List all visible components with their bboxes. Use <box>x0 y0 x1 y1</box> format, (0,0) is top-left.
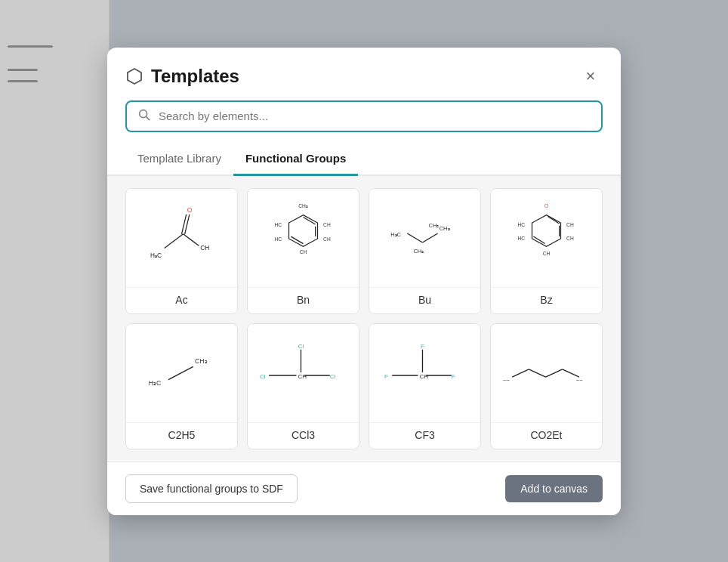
molecule-image-bu: H₃C CH₃ CH₂ CH₂ <box>369 189 480 287</box>
svg-line-22 <box>422 233 437 242</box>
molecule-image-cf3: F CH F F <box>369 324 480 422</box>
svg-text:~~: ~~ <box>576 377 583 384</box>
svg-text:HC: HC <box>517 221 525 227</box>
molecule-label-bn: Bn <box>248 287 359 313</box>
hexagon-icon <box>125 67 143 85</box>
save-sdf-button[interactable]: Save functional groups to SDF <box>125 474 298 503</box>
molecule-image-co2et: ~~ ~~ <box>491 324 602 422</box>
svg-text:CH₂: CH₂ <box>429 221 440 228</box>
svg-marker-0 <box>128 69 141 84</box>
molecule-grid: O CH H₃C Ac <box>125 188 603 449</box>
svg-line-8 <box>165 233 184 248</box>
molecule-svg-ccl3: Cl CH Cl Cl <box>254 330 353 416</box>
svg-line-21 <box>407 233 422 242</box>
molecule-label-bu: Bu <box>369 287 480 313</box>
svg-text:Cl: Cl <box>298 342 304 349</box>
tab-template-library[interactable]: Template Library <box>125 144 233 176</box>
molecule-svg-ac: O CH H₃C <box>132 195 231 281</box>
svg-text:CH: CH <box>200 243 209 251</box>
molecule-label-ac: Ac <box>126 287 237 313</box>
svg-text:CH: CH <box>323 221 331 227</box>
modal-header: Templates × <box>107 48 621 100</box>
molecule-label-co2et: CO2Et <box>491 422 602 449</box>
svg-text:CH: CH <box>323 236 331 241</box>
svg-line-53 <box>512 369 529 376</box>
svg-text:CH₃: CH₃ <box>440 224 450 231</box>
molecule-image-bn: CH₃ CH CH HC HC CH <box>248 189 359 287</box>
molecule-card-ac[interactable]: O CH H₃C Ac <box>125 188 238 314</box>
close-button[interactable]: × <box>578 64 603 88</box>
search-input-wrapper <box>125 100 603 132</box>
molecule-svg-bz: O CH CH HC HC CH <box>497 195 596 281</box>
svg-marker-11 <box>289 215 318 246</box>
svg-text:F: F <box>384 373 388 380</box>
molecule-label-bz: Bz <box>491 287 602 313</box>
modal-overlay: Templates × Template Library Functiona <box>0 0 728 562</box>
svg-text:CH: CH <box>298 373 307 380</box>
molecule-image-ac: O CH H₃C <box>126 189 237 287</box>
svg-text:Cl: Cl <box>330 373 336 380</box>
search-icon <box>137 108 151 125</box>
svg-text:Cl: Cl <box>260 373 266 380</box>
svg-line-6 <box>184 233 199 245</box>
svg-line-55 <box>545 369 562 376</box>
svg-text:CH: CH <box>419 373 428 380</box>
svg-text:F: F <box>421 342 424 349</box>
svg-text:CH: CH <box>543 250 551 255</box>
svg-line-37 <box>168 366 193 379</box>
svg-text:CH₂: CH₂ <box>413 248 424 255</box>
svg-marker-27 <box>532 215 561 246</box>
modal-footer: Save functional groups to SDF Add to can… <box>107 462 621 515</box>
add-to-canvas-button[interactable]: Add to canvas <box>505 475 603 502</box>
svg-line-28 <box>548 216 559 224</box>
molecule-card-cf3[interactable]: F CH F F CF3 <box>369 323 481 449</box>
svg-text:CH₃: CH₃ <box>195 357 208 364</box>
molecule-label-c2h5: C2H5 <box>126 422 237 449</box>
svg-line-56 <box>563 369 579 376</box>
svg-line-2 <box>147 116 150 120</box>
svg-text:H₃C: H₃C <box>150 251 162 258</box>
svg-text:H₃C: H₃C <box>149 379 162 387</box>
svg-text:HC: HC <box>274 236 282 241</box>
molecule-label-cf3: CF3 <box>369 422 480 449</box>
molecule-card-bn[interactable]: CH₃ CH CH HC HC CH <box>247 188 359 314</box>
modal-title-group: Templates <box>125 66 239 87</box>
svg-text:H₃C: H₃C <box>390 230 401 237</box>
svg-text:HC: HC <box>517 235 525 240</box>
tab-functional-groups[interactable]: Functional Groups <box>233 144 358 176</box>
molecule-label-ccl3: CCl3 <box>248 422 359 449</box>
svg-text:~~: ~~ <box>503 377 510 384</box>
svg-text:CH: CH <box>300 249 307 254</box>
molecule-card-c2h5[interactable]: H₃C CH₃ C2H5 <box>125 323 238 449</box>
molecule-card-co2et[interactable]: ~~ ~~ CO2Et <box>490 323 603 449</box>
svg-text:HC: HC <box>274 221 282 227</box>
svg-text:O: O <box>187 205 193 213</box>
molecule-card-bz[interactable]: O CH CH HC HC CH Bz <box>490 188 603 314</box>
molecule-grid-container[interactable]: O CH H₃C Ac <box>107 176 621 462</box>
svg-text:CH: CH <box>566 221 574 227</box>
svg-text:CH: CH <box>566 235 574 240</box>
modal-title: Templates <box>151 66 239 87</box>
molecule-card-ccl3[interactable]: Cl CH Cl Cl CCl3 <box>247 323 359 449</box>
svg-line-14 <box>291 236 303 244</box>
templates-modal: Templates × Template Library Functiona <box>107 48 621 515</box>
molecule-svg-co2et: ~~ ~~ <box>497 330 596 416</box>
tabs-container: Template Library Functional Groups <box>107 144 621 176</box>
molecule-image-c2h5: H₃C CH₃ <box>126 324 237 422</box>
svg-text:F: F <box>452 373 455 380</box>
molecule-svg-bn: CH₃ CH CH HC HC CH <box>254 195 353 281</box>
svg-point-1 <box>140 110 147 117</box>
molecule-card-bu[interactable]: H₃C CH₃ CH₂ CH₂ Bu <box>369 188 481 314</box>
molecule-svg-cf3: F CH F F <box>375 330 474 416</box>
svg-line-54 <box>529 369 545 376</box>
molecule-svg-bu: H₃C CH₃ CH₂ CH₂ <box>375 195 474 281</box>
molecule-image-ccl3: Cl CH Cl Cl <box>248 324 359 422</box>
molecule-svg-c2h5: H₃C CH₃ <box>132 330 231 416</box>
svg-text:CH₃: CH₃ <box>298 203 308 208</box>
molecule-image-bz: O CH CH HC HC CH <box>491 189 602 287</box>
search-input[interactable] <box>159 110 591 122</box>
search-container <box>107 100 621 144</box>
svg-text:O: O <box>544 203 549 209</box>
